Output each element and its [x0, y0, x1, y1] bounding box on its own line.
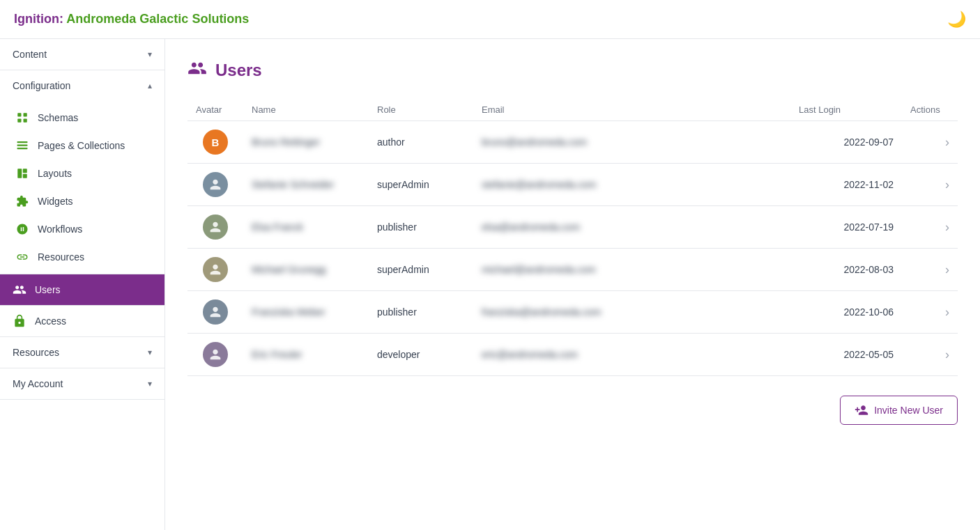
- table-row: Elsa Franckpublisherelsa@andromeda.com20…: [187, 206, 958, 249]
- user-avatar-cell: B: [187, 121, 243, 164]
- user-role-cell: superAdmin: [369, 164, 473, 206]
- user-avatar-cell: [187, 334, 243, 376]
- row-action-chevron[interactable]: ›: [945, 135, 949, 149]
- sidebar-item-users[interactable]: Users: [0, 274, 164, 305]
- user-avatar-cell: [187, 291, 243, 334]
- row-action-chevron[interactable]: ›: [945, 305, 949, 319]
- col-header-email: Email: [473, 99, 790, 121]
- user-email-cell: michael@andromeda.com: [473, 249, 790, 291]
- user-name-cell: Stefanie Schneider: [243, 164, 369, 206]
- col-header-avatar: Avatar: [187, 99, 243, 121]
- invite-row: Invite New User: [187, 396, 958, 425]
- svg-rect-6: [17, 148, 28, 149]
- layout-icon: [15, 166, 29, 180]
- topbar: Ignition: Andromeda Galactic Solutions 🌙: [0, 0, 980, 39]
- table-row: Michael GruneggsuperAdminmichael@androme…: [187, 249, 958, 291]
- sidebar-item-layouts-label: Layouts: [38, 168, 72, 179]
- sidebar-section-configuration: Configuration ▴ Schemas Pages & Collecti…: [0, 70, 164, 274]
- svg-rect-4: [17, 141, 28, 143]
- user-role-cell: publisher: [369, 291, 473, 334]
- sidebar-item-pages[interactable]: Pages & Collections: [0, 132, 164, 159]
- user-last-login-cell: 2022-10-06: [790, 291, 902, 334]
- add-user-icon: [855, 403, 868, 417]
- users-table: Avatar Name Role Email Last Login Action…: [187, 99, 958, 376]
- sidebar-item-workflows[interactable]: Workflows: [0, 215, 164, 243]
- row-action-chevron[interactable]: ›: [945, 220, 949, 234]
- sidebar-item-widgets-label: Widgets: [38, 196, 73, 207]
- sidebar-configuration-items: Schemas Pages & Collections Layouts: [0, 101, 164, 274]
- svg-rect-7: [17, 169, 22, 178]
- user-email-cell: stefanie@andromeda.com: [473, 164, 790, 206]
- page-title: Users: [215, 61, 262, 80]
- sidebar-item-access-label: Access: [35, 315, 66, 327]
- user-name-cell: Bruno Rettinger: [243, 121, 369, 164]
- page-header: Users: [187, 59, 958, 82]
- sidebar-section-users-item: Users: [0, 274, 164, 306]
- avatar: [203, 215, 228, 240]
- sidebar-item-resources[interactable]: Resources: [0, 243, 164, 271]
- app-title: Ignition: Andromeda Galactic Solutions: [14, 12, 249, 26]
- user-role-cell: developer: [369, 334, 473, 376]
- sidebar-section-resources-bottom-label: Resources: [13, 347, 59, 358]
- row-action-chevron[interactable]: ›: [945, 178, 949, 192]
- sidebar-item-schemas-label: Schemas: [38, 112, 78, 123]
- sidebar-section-my-account-header[interactable]: My Account ▾: [0, 368, 164, 399]
- main-content: Users Avatar Name Role Email Last Login …: [165, 39, 980, 530]
- col-header-lastlogin: Last Login: [790, 99, 902, 121]
- sidebar-item-access[interactable]: Access: [0, 306, 164, 336]
- user-role-cell: publisher: [369, 206, 473, 249]
- lock-icon: [13, 314, 26, 328]
- sidebar-section-resources-bottom-header[interactable]: Resources ▾: [0, 337, 164, 368]
- svg-rect-3: [24, 119, 27, 123]
- svg-rect-9: [23, 174, 27, 178]
- sidebar-section-content-header[interactable]: Content ▾: [0, 39, 164, 70]
- users-page-icon: [187, 59, 207, 82]
- svg-rect-0: [17, 113, 21, 116]
- sidebar: Content ▾ Configuration ▴ Schemas: [0, 39, 165, 530]
- user-actions-cell: ›: [902, 334, 958, 376]
- user-email-cell: bruno@andromeda.com: [473, 121, 790, 164]
- avatar: B: [203, 130, 228, 155]
- col-header-name: Name: [243, 99, 369, 121]
- sidebar-section-content-label: Content: [13, 49, 47, 60]
- svg-rect-5: [17, 145, 28, 146]
- row-action-chevron[interactable]: ›: [945, 348, 949, 361]
- user-email-cell: elsa@andromeda.com: [473, 206, 790, 249]
- col-header-role: Role: [369, 99, 473, 121]
- rocket-icon: [15, 222, 29, 236]
- user-email-cell: franziska@andromeda.com: [473, 291, 790, 334]
- avatar: [203, 299, 228, 325]
- user-name-cell: Eric Freuler: [243, 334, 369, 376]
- sidebar-section-resources-bottom: Resources ▾: [0, 337, 164, 368]
- user-role-cell: author: [369, 121, 473, 164]
- sidebar-section-configuration-label: Configuration: [13, 80, 70, 91]
- users-icon: [13, 283, 26, 297]
- svg-rect-8: [23, 169, 27, 173]
- sidebar-section-content: Content ▾: [0, 39, 164, 70]
- table-row: Stefanie SchneidersuperAdminstefanie@and…: [187, 164, 958, 206]
- sidebar-item-schemas[interactable]: Schemas: [0, 104, 164, 132]
- avatar: [203, 172, 228, 197]
- user-avatar-cell: [187, 249, 243, 291]
- user-email-cell: eric@andromeda.com: [473, 334, 790, 376]
- table-row: Eric Freulerdevelopereric@andromeda.com2…: [187, 334, 958, 376]
- sidebar-section-my-account: My Account ▾: [0, 368, 164, 400]
- link-icon: [15, 250, 29, 264]
- chevron-up-icon: ▴: [148, 81, 152, 91]
- user-name-cell: Elsa Franck: [243, 206, 369, 249]
- sidebar-item-layouts[interactable]: Layouts: [0, 159, 164, 187]
- user-last-login-cell: 2022-07-19: [790, 206, 902, 249]
- chevron-down-icon-2: ▾: [148, 348, 152, 357]
- invite-new-user-button[interactable]: Invite New User: [840, 396, 958, 425]
- sidebar-section-configuration-header[interactable]: Configuration ▴: [0, 70, 164, 101]
- sidebar-item-widgets[interactable]: Widgets: [0, 187, 164, 215]
- avatar: [203, 257, 228, 282]
- col-header-actions: Actions: [902, 99, 958, 121]
- user-last-login-cell: 2022-08-03: [790, 249, 902, 291]
- invite-new-user-label: Invite New User: [874, 405, 943, 416]
- sidebar-item-users-label: Users: [35, 284, 61, 295]
- dark-mode-toggle[interactable]: 🌙: [947, 10, 966, 29]
- user-actions-cell: ›: [902, 249, 958, 291]
- user-role-cell: superAdmin: [369, 249, 473, 291]
- row-action-chevron[interactable]: ›: [945, 263, 949, 276]
